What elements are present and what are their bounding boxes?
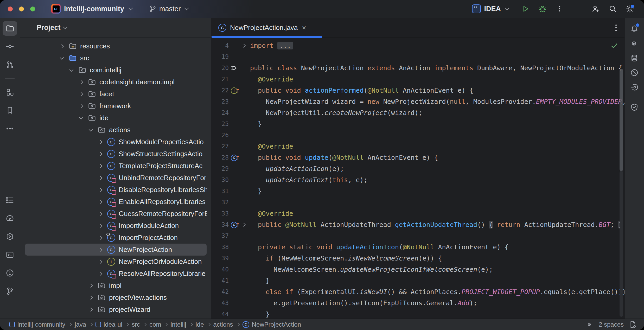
close-window-button[interactable] [8, 7, 13, 11]
run-button[interactable] [520, 4, 531, 14]
project-widget[interactable]: IJ intellij-community [51, 4, 132, 14]
tree-item-com-intellij[interactable]: com.intellij [25, 64, 207, 76]
chevron-right-icon[interactable] [97, 141, 103, 143]
breadcrumb-item-newprojectaction[interactable]: CNewProjectAction [243, 321, 301, 328]
code-line-37[interactable]: 37 [212, 230, 624, 242]
tree-item-showmodulepropertiesactio[interactable]: CShowModulePropertiesActio [25, 136, 207, 148]
tree-item-resolveallrepositorylibrarie[interactable]: CResolveAllRepositoryLibrarie [25, 268, 207, 280]
chevron-right-icon[interactable] [97, 212, 103, 215]
chevron-right-icon[interactable] [97, 176, 103, 179]
breadcrumb-item-java[interactable]: java [75, 321, 86, 328]
tool-button-profiler[interactable] [3, 211, 17, 226]
tree-item-projectwizard[interactable]: projectWizard [25, 303, 207, 315]
chevron-right-icon[interactable] [88, 296, 93, 299]
tree-item-enableallrepositorylibraries[interactable]: CEnableAllRepositoryLibraries [25, 196, 207, 208]
editor-body[interactable]: 4import ...1920public class NewProjectAc… [212, 38, 624, 319]
chevron-right-icon[interactable] [97, 224, 103, 227]
chevron-right-icon[interactable] [97, 188, 103, 191]
chevron-right-icon[interactable] [88, 308, 93, 311]
code-line-28[interactable]: 28C↑ public void update(@NotNull AnActio… [212, 152, 624, 163]
chevron-right-icon[interactable] [59, 45, 65, 48]
tree-item-unbindremoterepositoryfor[interactable]: CUnbindRemoteRepositoryFor [25, 172, 207, 184]
code-line-29[interactable]: 29 updateActionIcon(e); [212, 163, 624, 174]
fold-expand-icon[interactable] [240, 219, 247, 230]
code-line-34[interactable]: 34C↑ public @NotNull ActionUpdateThread … [212, 219, 624, 230]
implements-method-gutter-icon[interactable]: I↑ [229, 85, 240, 96]
project-panel-header[interactable]: Project [20, 18, 211, 38]
file-settings-icon[interactable] [629, 321, 637, 328]
code-line-38[interactable]: 38 private static void updateActionIcon(… [212, 242, 624, 253]
chevron-right-icon[interactable] [78, 93, 84, 96]
chevron-right-icon[interactable] [97, 164, 103, 167]
chevron-down-icon[interactable] [68, 69, 74, 71]
tree-item-framework[interactable]: framework [25, 100, 207, 112]
code-line-42[interactable]: 42 else if (ExperimentalUI.isNewUI() && … [212, 286, 624, 297]
tree-item-disablerepositorylibrariessh[interactable]: CDisableRepositoryLibrariesSh [25, 184, 207, 196]
chevron-down-icon[interactable] [59, 57, 65, 59]
tree-item-resources[interactable]: resources [25, 40, 207, 52]
code-line-25[interactable]: 25 } [212, 118, 624, 130]
tree-item-guessremoterepositoryfore[interactable]: CGuessRemoteRepositoryForE [25, 208, 207, 220]
breadcrumb-item-idea-ui[interactable]: idea-ui [95, 321, 122, 328]
code-line-27[interactable]: 27 @Override [212, 141, 624, 152]
code-line-33[interactable]: 33 @Override [212, 208, 624, 219]
tool-button-version-control[interactable] [3, 284, 17, 299]
code-line-39[interactable]: 39 if (NewWelcomeScreen.isNewWelcomeScre… [212, 253, 624, 264]
tool-button-no-entry[interactable] [627, 65, 642, 80]
tool-button-ai-assistant[interactable] [627, 36, 642, 51]
editor-tab-newprojectaction[interactable]: C NewProjectAction.java × [212, 18, 322, 37]
breadcrumb-item-src[interactable]: src [132, 321, 140, 328]
tool-button-database[interactable] [627, 51, 642, 65]
code-with-me-button[interactable] [590, 4, 601, 14]
tree-item-actions[interactable]: actions [25, 124, 207, 136]
branch-widget[interactable]: master [149, 5, 188, 13]
breadcrumb-item-ide[interactable]: ide [196, 321, 204, 328]
more-actions-button[interactable] [554, 4, 565, 14]
tool-button-structure[interactable] [3, 85, 17, 99]
chevron-right-icon[interactable] [97, 200, 103, 203]
tree-item-importmoduleaction[interactable]: CImportModuleAction [25, 220, 207, 232]
run-configuration-widget[interactable]: IDEA [472, 4, 509, 13]
overrides-method-gutter-icon[interactable]: C↑ [229, 152, 240, 163]
settings-button[interactable] [625, 4, 635, 14]
breadcrumb-item-intellij[interactable]: intellij [170, 321, 186, 328]
debug-button[interactable] [537, 4, 548, 14]
chevron-right-icon[interactable] [88, 284, 93, 287]
code-line-44[interactable]: 44 } [212, 309, 624, 319]
chevron-right-icon[interactable] [97, 272, 103, 275]
tree-item-impl[interactable]: impl [25, 280, 207, 291]
search-everywhere-button[interactable] [608, 4, 618, 14]
code-line-41[interactable]: 41 } [212, 275, 624, 286]
breadcrumb-item-com[interactable]: com [149, 321, 161, 328]
chevron-right-icon[interactable] [97, 236, 103, 239]
tab-options-kebab-icon[interactable] [615, 24, 617, 31]
tree-item-facet[interactable]: facet [25, 88, 207, 100]
tree-item-showstructuresettingsactio[interactable]: CShowStructureSettingsActio [25, 148, 207, 160]
tool-button-problems[interactable] [3, 266, 17, 280]
editor-scrollbar-track[interactable] [620, 171, 623, 317]
tool-button-incoming-connection[interactable] [627, 80, 642, 94]
fold-expand-icon[interactable] [240, 40, 247, 51]
chevron-right-icon[interactable] [78, 81, 84, 84]
code-line-31[interactable]: 31 } [212, 186, 624, 197]
minimize-window-button[interactable] [19, 7, 24, 11]
tree-item-projectview-actions[interactable]: projectView.actions [25, 291, 207, 303]
code-line-19[interactable]: 19 [212, 51, 624, 62]
code-line-20[interactable]: 20public class NewProjectAction extends … [212, 62, 624, 74]
code-line-21[interactable]: 21 @Override [212, 74, 624, 85]
tree-item-templateprojectstructureac[interactable]: CTemplateProjectStructureAc [25, 160, 207, 172]
tool-button-more-tools[interactable] [3, 121, 17, 136]
tree-item-ide[interactable]: ide [25, 112, 207, 124]
tool-button-terminal[interactable] [3, 248, 17, 262]
tree-item-newprojectormoduleaction[interactable]: INewProjectOrModuleAction [25, 256, 207, 268]
indent-info[interactable]: 2 spaces [599, 321, 624, 328]
chevron-right-icon[interactable] [78, 105, 84, 107]
tree-item-codeinsight-daemon-impl[interactable]: codeInsight.daemon.impl [25, 76, 207, 88]
code-line-23[interactable]: 23 NewProjectWizard wizard = new NewProj… [212, 96, 624, 107]
tool-button-bookmarks[interactable] [3, 103, 17, 118]
tool-button-todo[interactable] [3, 193, 17, 207]
code-line-4[interactable]: 4import ... [212, 40, 624, 51]
code-line-24[interactable]: 24 NewProjectUtil.createNewProject(wizar… [212, 107, 624, 118]
code-line-32[interactable]: 32 [212, 197, 624, 208]
tool-button-notifications[interactable] [627, 22, 642, 36]
